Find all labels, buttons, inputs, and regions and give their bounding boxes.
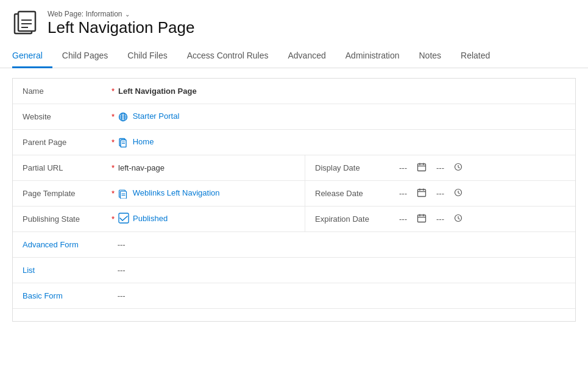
expiration-date-label: Expiration Date xyxy=(315,214,394,224)
display-date-dashes: --- xyxy=(399,163,407,172)
list-value: --- xyxy=(118,266,565,275)
expiration-date-time-icon[interactable] xyxy=(454,214,462,224)
page-template-left: Page Template * Weblinks Left Navigation xyxy=(13,181,305,206)
tab-access-control[interactable]: Access Control Rules xyxy=(177,44,278,68)
svg-rect-25 xyxy=(418,189,426,197)
page-template-value: Weblinks Left Navigation xyxy=(118,188,295,199)
website-row: Website * Starter Portal xyxy=(13,104,575,130)
release-date-dashes2: --- xyxy=(436,189,444,198)
partial-url-required: * xyxy=(112,163,115,172)
parent-page-value: Home xyxy=(118,137,565,147)
tab-bar: General Child Pages Child Files Access C… xyxy=(0,44,588,68)
page-header: Web Page: Information ⌄ Left Navigation … xyxy=(0,0,588,44)
basic-form-label: Basic Form xyxy=(23,291,108,300)
tab-notes[interactable]: Notes xyxy=(409,44,451,68)
advanced-form-label: Advanced Form xyxy=(23,240,108,249)
release-date-field: Release Date --- --- xyxy=(315,188,565,199)
website-required: * xyxy=(112,112,115,121)
publishing-state-required: * xyxy=(112,214,115,224)
tab-general[interactable]: General xyxy=(12,44,52,68)
page-icon-small xyxy=(118,138,128,147)
list-row: List --- xyxy=(13,258,575,283)
page-template-link[interactable]: Weblinks Left Navigation xyxy=(133,188,220,197)
parent-page-label: Parent Page xyxy=(23,138,108,147)
publishing-state-left: Publishing State * Published xyxy=(13,207,305,231)
display-date-field: Display Date --- --- xyxy=(315,162,565,174)
tab-child-pages[interactable]: Child Pages xyxy=(52,44,118,68)
publishing-state-label: Publishing State xyxy=(23,214,108,224)
website-link[interactable]: Starter Portal xyxy=(133,111,180,121)
advanced-form-link[interactable]: Advanced Form xyxy=(23,240,79,249)
expiration-date-dashes2: --- xyxy=(436,214,444,224)
tab-child-files[interactable]: Child Files xyxy=(118,44,177,68)
expiration-date-field: Expiration Date --- --- xyxy=(315,213,565,225)
page-template-row: Page Template * Weblinks Left Navigation xyxy=(13,181,575,207)
expiration-date-dashes: --- xyxy=(399,214,407,224)
display-date-dashes2: --- xyxy=(436,163,444,172)
list-label: List xyxy=(23,266,108,275)
tab-related[interactable]: Related xyxy=(451,44,500,68)
svg-line-20 xyxy=(458,168,460,169)
list-link[interactable]: List xyxy=(23,266,35,275)
display-date-right: Display Date --- --- xyxy=(305,155,575,180)
release-date-label: Release Date xyxy=(315,189,394,198)
empty-row xyxy=(13,309,575,321)
display-date-label: Display Date xyxy=(315,163,394,172)
name-label: Name xyxy=(23,87,108,96)
advanced-form-row: Advanced Form --- xyxy=(13,232,575,258)
form-container: Name * Left Navigation Page Website * St xyxy=(12,78,576,322)
publishing-state-value: Published xyxy=(118,213,295,225)
parent-page-link[interactable]: Home xyxy=(133,137,154,146)
main-content: Name * Left Navigation Page Website * St xyxy=(0,68,588,334)
basic-form-value: --- xyxy=(118,291,565,300)
partial-url-left: Partial URL * left-nav-page xyxy=(13,155,305,180)
release-date-right: Release Date --- --- xyxy=(305,181,575,206)
release-date-time-icon[interactable] xyxy=(454,188,462,199)
svg-line-39 xyxy=(458,219,460,220)
page-icon xyxy=(12,10,39,37)
svg-rect-1 xyxy=(18,12,35,31)
publishing-state-row: Publishing State * Published xyxy=(13,207,575,232)
published-badge[interactable]: Published xyxy=(118,213,168,224)
breadcrumb-dropdown-icon[interactable]: ⌄ xyxy=(125,11,130,18)
partial-url-row: Partial URL * left-nav-page Display Date… xyxy=(13,155,575,181)
page-template-label: Page Template xyxy=(23,189,108,198)
expiration-date-calendar-icon[interactable] xyxy=(417,213,427,225)
name-required: * xyxy=(112,87,115,96)
page-title: Left Navigation Page xyxy=(48,18,194,37)
tab-advanced[interactable]: Advanced xyxy=(278,44,336,68)
breadcrumb[interactable]: Web Page: Information ⌄ xyxy=(48,10,194,18)
template-icon xyxy=(118,189,128,199)
globe-icon xyxy=(118,112,128,122)
basic-form-link[interactable]: Basic Form xyxy=(23,291,63,300)
release-date-dashes: --- xyxy=(399,189,407,198)
partial-url-label: Partial URL xyxy=(23,163,108,172)
display-date-time-icon[interactable] xyxy=(454,163,462,173)
published-label: Published xyxy=(133,214,168,223)
tab-administration[interactable]: Administration xyxy=(336,44,409,68)
website-value: Starter Portal xyxy=(118,111,565,122)
name-row: Name * Left Navigation Page xyxy=(13,79,575,104)
published-icon xyxy=(118,213,129,224)
header-text: Web Page: Information ⌄ Left Navigation … xyxy=(48,10,194,37)
release-date-calendar-icon[interactable] xyxy=(417,188,427,199)
website-label: Website xyxy=(23,112,108,121)
svg-rect-14 xyxy=(418,164,426,171)
display-date-calendar-icon[interactable] xyxy=(417,162,427,174)
expiration-date-right: Expiration Date --- --- xyxy=(305,207,575,231)
svg-line-31 xyxy=(458,193,460,194)
advanced-form-value: --- xyxy=(118,240,565,249)
svg-rect-33 xyxy=(418,215,426,222)
parent-page-required: * xyxy=(112,138,115,147)
name-value: Left Navigation Page xyxy=(118,87,565,96)
page-template-required: * xyxy=(112,189,115,198)
parent-page-row: Parent Page * Home xyxy=(13,130,575,155)
partial-url-value: left-nav-page xyxy=(118,163,295,172)
basic-form-row: Basic Form --- xyxy=(13,283,575,309)
